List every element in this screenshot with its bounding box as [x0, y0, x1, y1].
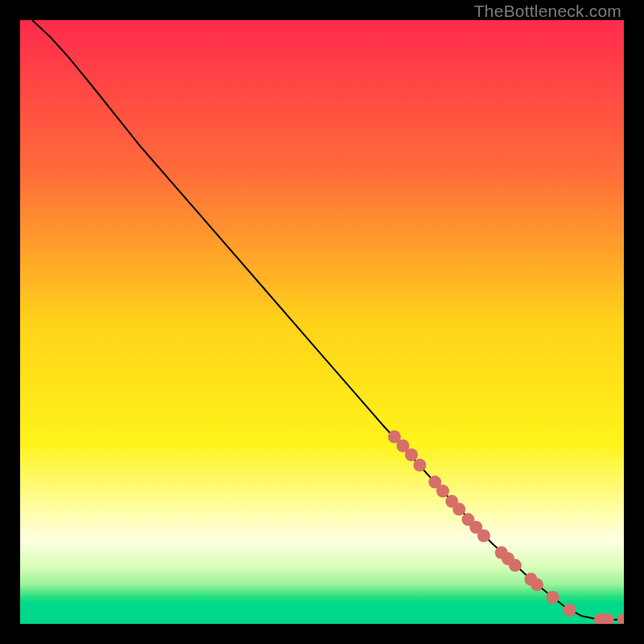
- watermark-label: TheBottleneck.com: [474, 2, 621, 21]
- data-point: [530, 578, 543, 591]
- data-point: [405, 448, 418, 461]
- data-point: [436, 485, 449, 497]
- chart-plot-area: [20, 20, 624, 624]
- data-point: [477, 530, 490, 543]
- data-point: [414, 459, 427, 472]
- data-point: [452, 503, 465, 516]
- data-point: [547, 591, 559, 604]
- chart-canvas: [20, 20, 624, 624]
- data-point: [509, 559, 522, 572]
- gradient-background: [20, 20, 624, 624]
- data-point: [564, 604, 576, 617]
